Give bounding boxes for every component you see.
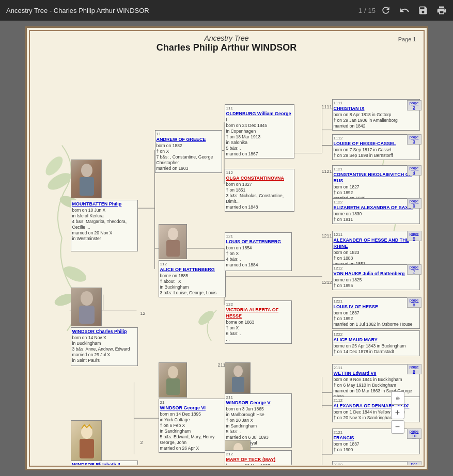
george-vi-box: 21 WINDSOR George VI born on 14 Dec 1895… — [159, 399, 226, 453]
page-link-2[interactable]: page2 — [407, 100, 421, 110]
alice-born: borne on 1885 — [160, 273, 224, 279]
george-vi-dagger: † on 6 Feb X — [160, 423, 224, 429]
christian-name[interactable]: CHRISTIAN IX — [334, 106, 418, 112]
olga-siblings: 3 b&s: Nicholas, Constantine, Dimit... — [226, 193, 293, 204]
alice-battenberg-box: 112 ALICE OF BATTENBERG borne on 1885 † … — [159, 260, 226, 297]
george-v-place: in Marlborough Hse — [226, 412, 290, 418]
svg-point-41 — [233, 366, 243, 377]
louis-battenberg-name[interactable]: LOUIS OF BATTENBERG — [226, 239, 290, 245]
mary-teck-name[interactable]: MARY OF TECK (MAY) — [226, 457, 290, 463]
page-link-1[interactable]: par1 — [407, 461, 421, 465]
louis-iv-name[interactable]: LOUIS IV OF HESSE — [334, 304, 418, 310]
victoria-num: 122 — [226, 302, 290, 307]
mountbatten-siblings: 4 b&s: Margarita, Theodora, Cecilie ... — [72, 219, 136, 230]
francis-name[interactable]: FRANCIS — [334, 435, 418, 441]
von-hauke-born: borne on 1825 — [334, 277, 418, 283]
alice-maud-dagger: † on 14 Dec 1878 in Darmstadt — [334, 349, 418, 355]
george-vi-photo — [159, 362, 187, 398]
wettin-name[interactable]: WETTIN Edward VII — [334, 371, 418, 377]
svg-point-2 — [42, 154, 66, 179]
charles-name[interactable]: WINDSOR Charles Philip — [72, 329, 136, 335]
francis-dagger: † on 1900 — [334, 447, 418, 453]
andrew-name[interactable]: ANDREW OF GREECE — [157, 137, 221, 143]
page-link-10[interactable]: page10 — [407, 429, 421, 439]
constantine-name[interactable]: CONSTANTINE NIKOLAIEVITCH OF RUS — [334, 172, 418, 184]
charles-place: in Buckingham — [72, 341, 136, 346]
svg-point-3 — [61, 263, 89, 285]
von-hauke-num: 1212 — [334, 266, 418, 271]
elizabeth-ii-photo — [71, 420, 102, 462]
alexandra-denmark-box: 2112 ALEXANDRA OF DENMARK 'ALIX' born on… — [332, 396, 420, 422]
page-link-8[interactable]: page8 — [407, 297, 421, 308]
mountbatten-photo — [71, 160, 102, 198]
svg-rect-32 — [79, 306, 95, 324]
alexander-hesse-name[interactable]: ALEXANDER OF HESSE AND THE RHINE — [334, 237, 418, 249]
page-link-7[interactable]: page7 — [407, 264, 421, 275]
louis-battenberg-box: 121 LOUIS OF BATTENBERG born on 1854 † o… — [225, 232, 292, 271]
zoom-location-button[interactable]: ⊕ — [391, 391, 404, 405]
christian-dagger: † on 29 Jan 1906 in Amalienborg — [334, 118, 418, 123]
andrew-greece-box: 11 ANDREW OF GREECE born on 1882 † on X … — [155, 130, 222, 173]
christian-num: 1111 — [334, 101, 418, 106]
louis-iv-married: married on 1 Jul 1862 in Osborne House — [334, 322, 418, 327]
zoom-in-button[interactable]: + — [391, 406, 404, 419]
svg-rect-34 — [80, 177, 94, 196]
elizabeth-alexandra-name[interactable]: ELIZABETH ALEXANDRA OF SAXE- — [334, 205, 418, 211]
louis-battenberg-married: married on 1884 — [226, 262, 290, 268]
victoria-married: . . — [226, 337, 290, 342]
page-link-4[interactable]: page4 — [407, 165, 421, 176]
oldenburg-name[interactable]: OLDENBURG William George — [226, 111, 293, 117]
andrew-born: born on 1882 — [157, 143, 221, 149]
george-v-num: 211 — [226, 395, 290, 400]
alexandra-denmark-born: born on 1 Dec 1844 in Yellow Palace — [334, 409, 418, 415]
victoria-num2: 1212 — [322, 280, 332, 285]
victoria-born: borne on 1863 — [226, 320, 290, 325]
von-hauke-dagger: † on 1895 — [334, 283, 418, 289]
george-v-name[interactable]: WINDSOR George V — [226, 400, 290, 406]
undo-icon[interactable] — [399, 5, 410, 15]
von-hauke-name[interactable]: VON HAUKE Julia of Battenberg — [334, 271, 418, 277]
alice-place: in Buckingham — [160, 284, 224, 290]
charles-born: born on 14 Nov X — [72, 335, 136, 341]
francis-born: born on 1837 — [334, 441, 418, 447]
christian-born: born on 8 Apr 1818 in Gottorp — [334, 112, 418, 118]
alice-name[interactable]: ALICE OF BATTENBERG — [160, 267, 224, 273]
mountbatten-place: in Isle of Kerkira — [72, 213, 136, 219]
elizabeth-name[interactable]: WINDSOR Elizabeth II — [72, 462, 136, 465]
refresh-icon[interactable] — [381, 5, 391, 15]
svg-point-0 — [45, 170, 73, 194]
charles-siblings: 3 b&s: Anne, Andrew, Edward — [72, 346, 136, 352]
mountbatten-name[interactable]: MOUNTBATTEN Philip — [72, 201, 136, 208]
charles-num: 12 — [140, 311, 146, 316]
oldenburg-dagger: † on 18 Mar 1913 — [226, 134, 293, 140]
george-v-dagger-place: in Sandringham — [226, 423, 290, 429]
save-icon[interactable] — [418, 5, 428, 15]
george-vi-dagger-place: in Sandringham — [160, 429, 224, 434]
alexandra-denmark-name[interactable]: ALEXANDRA OF DENMARK 'ALIX' — [334, 403, 418, 409]
zoom-out-button[interactable]: − — [391, 420, 404, 434]
mountbatten-married: married on 20 Nov X — [72, 230, 136, 236]
george-v-photo — [225, 362, 251, 394]
francis-num: 2121 — [334, 430, 418, 435]
victoria-name[interactable]: VICTORIA ALBERTA OF HESSE — [226, 307, 290, 319]
alice-maud-name[interactable]: ALICE MAUD MARY — [334, 337, 418, 343]
oldenburg-siblings: 5 b&s: . — [226, 146, 293, 151]
olga-num2: 1121 — [322, 169, 332, 174]
page-link-9[interactable]: page9 — [407, 364, 421, 374]
page-link-6[interactable]: page6 — [407, 231, 421, 241]
olga-box: 112 OLGA CONSTANTINOVNA born on 1827 † o… — [225, 169, 294, 212]
page-link-5[interactable]: page5 — [407, 198, 421, 209]
george-vi-name[interactable]: WINDSOR George VI — [160, 405, 224, 411]
constantine-born: born on 1827 — [334, 184, 418, 190]
olga-name[interactable]: OLGA CONSTANTINOVNA — [226, 176, 293, 182]
olga-num: 112 — [226, 170, 293, 176]
document-title: Ancestry Tree - Charles Philip Arthur WI… — [6, 7, 353, 14]
page-link-3[interactable]: page3 — [407, 134, 421, 145]
alice-battenberg-photo — [159, 224, 187, 259]
main-person-name: Charles Philip Arthur WINDSOR — [31, 42, 423, 53]
louis-battenberg-dagger: † on X — [226, 251, 290, 257]
oldenburg-num2: 1111 — [322, 104, 332, 109]
louise-hesse-name[interactable]: LOUISE OF HESSE-CASSEL — [334, 141, 418, 147]
charles-married-place: in Saint Paul's — [72, 358, 136, 363]
print-icon[interactable] — [436, 5, 447, 15]
